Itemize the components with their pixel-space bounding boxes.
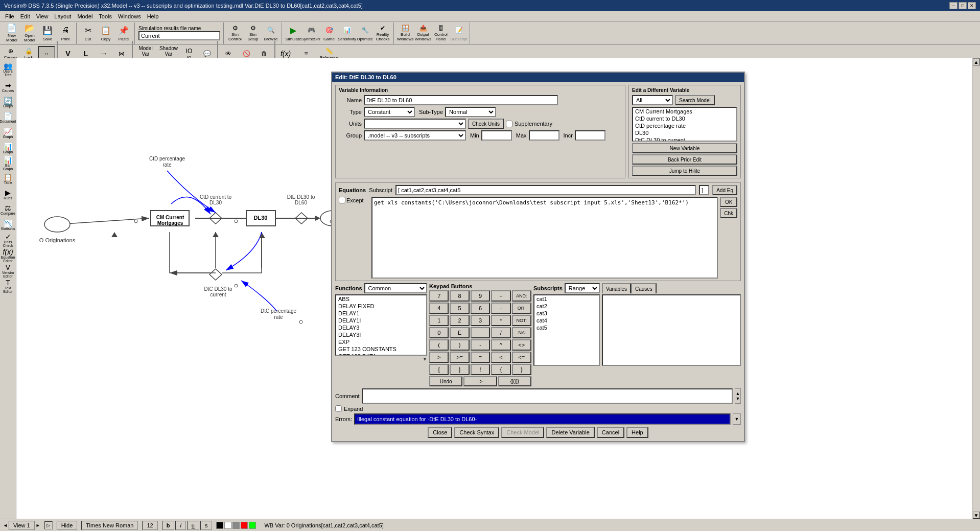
subscripts-list[interactable]: cat1 cat2 cat3 cat4 cat5 bbox=[533, 294, 600, 366]
new-model-button[interactable]: 📄 New Model bbox=[3, 23, 20, 43]
func-item[interactable]: DELAY FIXED bbox=[336, 303, 426, 310]
keypad-lparen[interactable]: ( bbox=[429, 339, 449, 351]
sidebar-vensim-editor[interactable]: V Vensim Editor bbox=[1, 264, 15, 278]
sidebar-causes[interactable]: ➡ Causes bbox=[1, 80, 15, 94]
keypad-divide[interactable]: / bbox=[491, 327, 510, 338]
jump-to-hilite-button[interactable]: Jump to Hilite bbox=[632, 166, 737, 176]
ok-button[interactable]: OK bbox=[720, 197, 737, 207]
max-input[interactable] bbox=[529, 130, 559, 141]
func-item[interactable]: GET 123 CONSTANTS bbox=[336, 345, 426, 353]
var-list[interactable]: CM Current Mortgages CtD current to DL30… bbox=[632, 107, 737, 142]
keypad-1[interactable]: 1 bbox=[429, 315, 449, 326]
close-button[interactable]: ✕ bbox=[968, 2, 976, 9]
incr-input[interactable] bbox=[575, 130, 605, 141]
menu-tools[interactable]: Tools bbox=[96, 12, 115, 20]
control-panel-button[interactable]: 🎛 Control Panel bbox=[432, 23, 450, 43]
keypad-5[interactable]: 5 bbox=[450, 303, 469, 314]
subscript-close-input[interactable] bbox=[699, 185, 709, 195]
func-item[interactable]: EXP bbox=[336, 338, 426, 345]
keypad-lte[interactable]: <= bbox=[512, 352, 531, 363]
var-list-item[interactable]: CtD percentage rate bbox=[633, 122, 736, 129]
var-list-item[interactable]: DL30 bbox=[633, 129, 736, 136]
equation-textarea[interactable]: get xls constants('C:\Users\joconnor\Dow… bbox=[371, 197, 718, 279]
keypad-lbrace[interactable]: { bbox=[491, 364, 510, 375]
open-model-button[interactable]: 📂 Open Model bbox=[21, 23, 38, 43]
functions-list[interactable]: ABS DELAY FIXED DELAY1 DELAY1I DELAY3 DE… bbox=[335, 294, 427, 356]
subscripts-filter-select[interactable]: Range bbox=[565, 283, 600, 293]
filter-select[interactable]: All bbox=[632, 95, 673, 105]
keypad-lbracket[interactable]: [ bbox=[429, 364, 449, 375]
sidebar-units-check[interactable]: ✓ Units Check bbox=[1, 233, 15, 247]
keypad-eq[interactable]: = bbox=[471, 352, 490, 363]
sidebar-loops[interactable]: 🔄 Loops bbox=[1, 95, 15, 109]
func-item[interactable]: DELAY3I bbox=[336, 331, 426, 338]
chk-button[interactable]: Chk bbox=[720, 208, 737, 218]
check-syntax-button[interactable]: Check Syntax bbox=[454, 427, 499, 438]
add-eq-button[interactable]: Add Eq bbox=[712, 185, 737, 195]
menu-edit[interactable]: Edit bbox=[17, 12, 33, 20]
back-prior-edit-button[interactable]: Back Prior Edit bbox=[632, 154, 737, 165]
subtype-select[interactable]: Normal bbox=[445, 107, 496, 117]
keypad-gte[interactable]: >= bbox=[450, 352, 469, 363]
save-button[interactable]: 💾 Save bbox=[39, 23, 56, 43]
braces-button[interactable]: {[()]} bbox=[498, 376, 531, 386]
func-item[interactable]: ABS bbox=[336, 295, 426, 303]
delete-variable-button[interactable]: Delete Variable bbox=[546, 427, 594, 438]
menu-layout[interactable]: Layout bbox=[51, 12, 74, 20]
keypad-3[interactable]: 3 bbox=[471, 315, 490, 326]
keypad-and[interactable]: AND: bbox=[512, 290, 531, 302]
sub-item-cat1[interactable]: cat1 bbox=[534, 295, 599, 303]
functions-filter-select[interactable]: Common bbox=[364, 283, 427, 293]
keypad-multiply[interactable]: * bbox=[491, 315, 510, 326]
keypad-caret[interactable]: ^ bbox=[491, 339, 510, 351]
sidebar-users-tree[interactable]: 👥 Users Tree bbox=[1, 60, 15, 79]
paste-button[interactable]: 📌 Paste bbox=[115, 23, 132, 43]
min-input[interactable] bbox=[481, 130, 512, 141]
keypad-neg[interactable]: - bbox=[471, 339, 490, 351]
check-model-button[interactable]: Check Model bbox=[501, 427, 544, 438]
expand-checkbox[interactable] bbox=[335, 405, 342, 412]
keypad-2[interactable]: 2 bbox=[450, 315, 469, 326]
sim-control-button[interactable]: ⚙ Sim Control bbox=[226, 23, 244, 43]
copy-button[interactable]: 📋 Copy bbox=[97, 23, 114, 43]
scroll-down[interactable]: ▼ bbox=[973, 512, 980, 519]
subscript-input[interactable] bbox=[395, 185, 696, 195]
menu-view[interactable]: View bbox=[33, 12, 52, 20]
menu-file[interactable]: File bbox=[2, 12, 17, 20]
status-scroll-right[interactable]: ► bbox=[36, 523, 40, 528]
keypad-0[interactable]: 0 bbox=[429, 327, 449, 338]
keypad-na[interactable]: :NA: bbox=[512, 327, 531, 338]
sidebar-text-editor[interactable]: T Text Editor bbox=[1, 279, 15, 293]
variables-tab[interactable]: Variables bbox=[602, 283, 631, 293]
keypad-not[interactable]: NOT: bbox=[512, 315, 531, 326]
keypad-rbrace[interactable]: } bbox=[512, 364, 531, 375]
sensitivity-button[interactable]: 📊 Sensitivity bbox=[338, 23, 356, 43]
cut-button[interactable]: ✂ Cut bbox=[79, 23, 97, 43]
comment-textarea[interactable] bbox=[362, 388, 733, 404]
sim-results-input[interactable] bbox=[138, 31, 220, 40]
menu-model[interactable]: Model bbox=[74, 12, 96, 20]
build-windows-button[interactable]: 🪟 Build Windows bbox=[396, 23, 414, 43]
reality-checks-button[interactable]: ✔ Reality Checks bbox=[374, 23, 391, 43]
check-units-button[interactable]: Check Units bbox=[468, 119, 504, 129]
keypad-rbracket[interactable]: ] bbox=[450, 364, 469, 375]
keypad-or[interactable]: OR: bbox=[512, 303, 531, 314]
dialog-title[interactable]: Edit: DtE DL30 to DL60 bbox=[332, 73, 744, 82]
variables-list[interactable] bbox=[602, 294, 741, 366]
keypad-neq[interactable]: <> bbox=[512, 339, 531, 351]
sub-item-cat3[interactable]: cat3 bbox=[534, 310, 599, 317]
error-scroll[interactable]: ▼ bbox=[733, 413, 741, 425]
var-list-item[interactable]: CM Current Mortgages bbox=[633, 108, 736, 115]
keypad-excl[interactable]: ! bbox=[471, 364, 490, 375]
output-windows-button[interactable]: 📤 Output Windows bbox=[414, 23, 432, 43]
sub-item-cat4[interactable]: cat4 bbox=[534, 317, 599, 324]
search-model-button[interactable]: Search Model bbox=[675, 95, 715, 105]
keypad-4[interactable]: 4 bbox=[429, 303, 449, 314]
sub-item-cat5[interactable]: cat5 bbox=[534, 324, 599, 331]
right-scrollbar[interactable]: ▲ ▼ bbox=[972, 58, 980, 519]
menu-windows[interactable]: Windows bbox=[115, 12, 144, 20]
keypad-6[interactable]: 6 bbox=[471, 303, 490, 314]
keypad-gt[interactable]: > bbox=[429, 352, 449, 363]
keypad-plus[interactable]: + bbox=[491, 290, 510, 302]
sidebar-runs[interactable]: ▶ Runs bbox=[1, 187, 15, 201]
